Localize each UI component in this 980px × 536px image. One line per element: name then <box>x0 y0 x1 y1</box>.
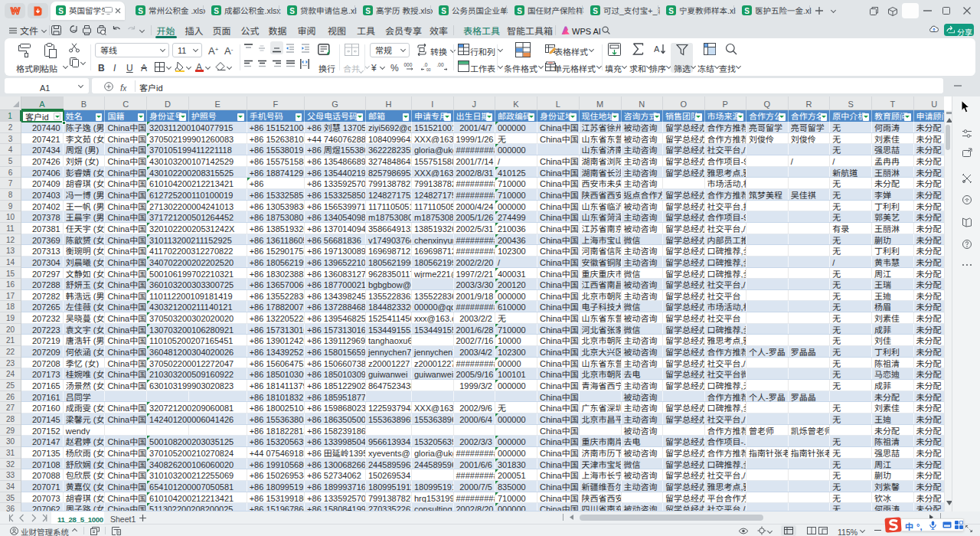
svg-text:A: A <box>654 43 660 54</box>
svg-text:000: 000 <box>404 61 413 68</box>
svg-text:00: 00 <box>426 67 431 72</box>
svg-text:.00: .00 <box>437 61 444 68</box>
